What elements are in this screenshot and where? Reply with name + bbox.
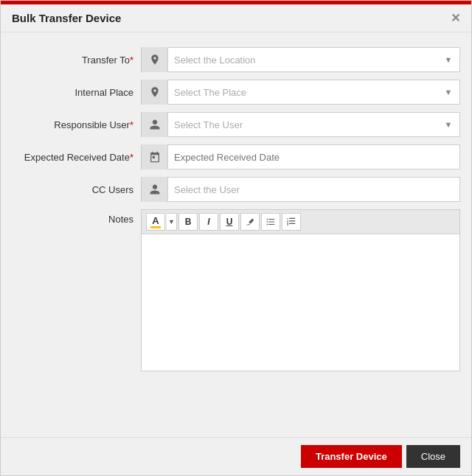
transfer-to-row: Transfer To* Select the Location ▼	[12, 47, 460, 72]
editor-toolbar: A ▼ B I U	[142, 210, 459, 234]
cc-users-label: CC Users	[12, 184, 141, 195]
italic-button[interactable]: I	[199, 213, 218, 231]
header-divider	[1, 32, 471, 32]
cc-users-field[interactable]: Select the User	[141, 177, 460, 202]
required-star-2: *	[130, 119, 133, 130]
user-icon	[142, 112, 168, 137]
internal-place-placeholder: Select The Place	[168, 87, 437, 98]
bulk-transfer-modal: Bulk Transfer Device ✕ Transfer To* Sele…	[0, 0, 472, 476]
bold-button[interactable]: B	[178, 213, 198, 231]
transfer-device-button[interactable]: Transfer Device	[301, 445, 402, 468]
font-color-button[interactable]: A	[146, 213, 165, 231]
internal-place-wrapper: Select The Place ▼	[141, 80, 460, 105]
notes-row: Notes A ▼ B I U	[12, 209, 460, 371]
responsible-user-row: Responsible User* Select The User ▼	[12, 112, 460, 137]
unordered-list-button[interactable]	[261, 213, 280, 231]
font-a-label: A	[152, 216, 159, 225]
transfer-to-placeholder: Select the Location	[168, 55, 437, 66]
notes-label: Notes	[12, 209, 141, 225]
font-color-bar	[150, 226, 161, 228]
responsible-user-placeholder: Select The User	[168, 119, 437, 130]
responsible-user-arrow-icon: ▼	[437, 112, 459, 137]
internal-place-icon	[142, 80, 168, 105]
modal-footer: Transfer Device Close	[1, 437, 471, 475]
expected-date-input[interactable]	[168, 152, 459, 163]
expected-date-field[interactable]	[141, 144, 460, 169]
responsible-user-wrapper: Select The User ▼	[141, 112, 460, 137]
expected-date-wrapper	[141, 144, 460, 169]
notes-content-area[interactable]	[142, 234, 459, 371]
modal-body: Transfer To* Select the Location ▼ Inter…	[1, 40, 471, 437]
cc-users-row: CC Users Select the User	[12, 177, 460, 202]
cc-users-wrapper: Select the User	[141, 177, 460, 202]
transfer-to-label: Transfer To*	[12, 55, 141, 66]
ordered-list-button[interactable]	[282, 213, 301, 231]
modal-title: Bulk Transfer Device	[12, 12, 121, 24]
cc-users-placeholder: Select the User	[168, 184, 459, 195]
required-star-3: *	[130, 152, 133, 163]
required-star: *	[130, 55, 133, 66]
transfer-to-arrow-icon: ▼	[437, 47, 459, 72]
internal-place-select[interactable]: Select The Place ▼	[141, 80, 460, 105]
cc-user-icon	[142, 177, 168, 202]
internal-place-row: Internal Place Select The Place ▼	[12, 80, 460, 105]
transfer-to-select[interactable]: Select the Location ▼	[141, 47, 460, 72]
font-color-dropdown[interactable]: ▼	[167, 213, 177, 231]
clear-format-button[interactable]	[240, 213, 260, 231]
internal-place-arrow-icon: ▼	[437, 80, 459, 105]
location-icon	[142, 47, 168, 72]
notes-editor: A ▼ B I U	[141, 209, 460, 371]
expected-date-row: Expected Received Date*	[12, 144, 460, 169]
transfer-to-wrapper: Select the Location ▼	[141, 47, 460, 72]
internal-place-label: Internal Place	[12, 87, 141, 98]
responsible-user-label: Responsible User*	[12, 119, 141, 130]
underline-button[interactable]: U	[220, 213, 239, 231]
calendar-icon	[142, 144, 168, 169]
expected-date-label: Expected Received Date*	[12, 152, 141, 163]
modal-header: Bulk Transfer Device ✕	[1, 4, 471, 30]
close-button[interactable]: Close	[406, 445, 460, 468]
responsible-user-select[interactable]: Select The User ▼	[141, 112, 460, 137]
close-icon[interactable]: ✕	[451, 13, 460, 24]
